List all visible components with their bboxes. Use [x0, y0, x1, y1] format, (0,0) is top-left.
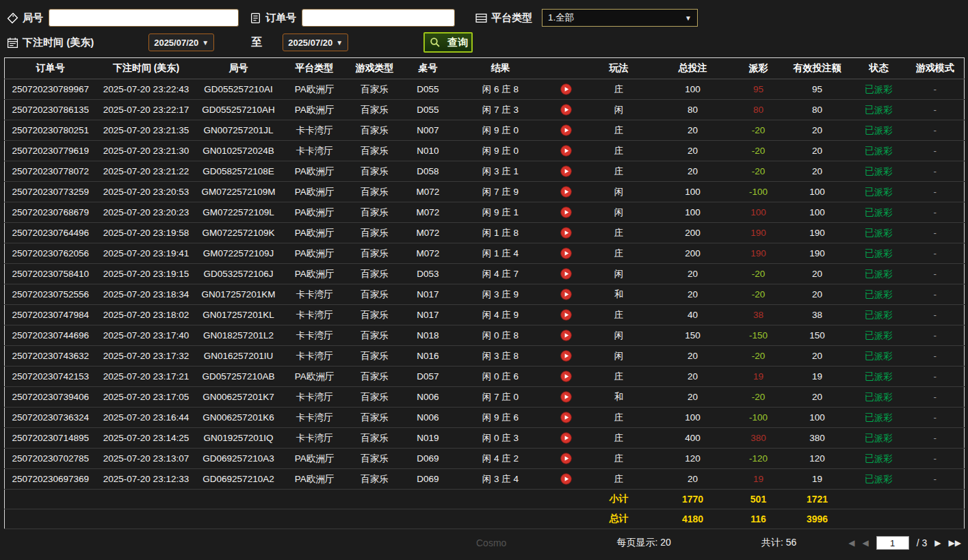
- date-from-picker[interactable]: 2025/07/20 ▼: [148, 34, 214, 51]
- page-number-input[interactable]: 1: [876, 536, 909, 550]
- cell-game-mode: -: [906, 141, 965, 161]
- cell-platform-type: PA欧洲厅: [281, 243, 348, 264]
- cell-bet-time: 2025-07-20 23:17:32: [96, 346, 196, 366]
- cell-round-number: GM0722572109J: [196, 243, 281, 264]
- cell-result: 闲 9 庄 0: [455, 141, 547, 161]
- cell-game-type: 百家乐: [348, 284, 402, 305]
- cell-game-mode: -: [906, 202, 965, 223]
- cell-table-number: D069: [402, 469, 455, 490]
- play-video-icon[interactable]: [560, 412, 572, 423]
- sum-payout: 501: [734, 490, 783, 509]
- table-row: 2507202307732592025-07-20 23:20:53GM0722…: [5, 182, 965, 202]
- cell-video: [547, 202, 586, 223]
- page-total-label: / 3: [917, 537, 928, 548]
- records-table: 订单号下注时间 (美东)局号平台类型游戏类型桌号结果玩法总投注派彩有效投注额状态…: [4, 57, 965, 529]
- cell-play-type: 闲: [586, 346, 652, 366]
- play-video-icon[interactable]: [560, 83, 572, 95]
- next-page-button[interactable]: ▶: [934, 538, 941, 548]
- round-number-input[interactable]: [49, 9, 239, 27]
- prev-page-button[interactable]: ◀: [862, 538, 868, 548]
- cell-total-bet: 20: [652, 161, 734, 182]
- play-video-icon[interactable]: [560, 453, 572, 464]
- cell-play-type: 和: [586, 284, 652, 305]
- cell-video: [547, 182, 586, 202]
- cell-bet-time: 2025-07-20 23:19:58: [96, 223, 196, 243]
- cell-game-type: 百家乐: [348, 79, 402, 100]
- play-video-icon[interactable]: [560, 206, 572, 218]
- cell-game-type: 百家乐: [348, 346, 402, 366]
- cell-status: 已派彩: [852, 387, 906, 408]
- platform-type-label: 平台类型: [491, 12, 532, 25]
- cell-video: [547, 469, 586, 490]
- play-video-icon[interactable]: [560, 289, 572, 300]
- sum-valid-bet: 1721: [783, 490, 852, 509]
- sum-empty: [5, 490, 586, 509]
- play-video-icon[interactable]: [560, 473, 572, 485]
- cell-payout: -20: [734, 346, 783, 366]
- sum-empty: [906, 490, 965, 509]
- document-icon: [248, 12, 262, 24]
- play-video-icon[interactable]: [560, 432, 572, 444]
- cell-table-number: N007: [402, 120, 455, 141]
- column-header: 局号: [196, 58, 281, 79]
- table-row: 2507202307620562025-07-20 23:19:41GM0722…: [5, 243, 965, 264]
- play-video-icon[interactable]: [560, 309, 572, 321]
- play-video-icon[interactable]: [560, 227, 572, 239]
- play-video-icon[interactable]: [560, 248, 572, 259]
- sum-total-bet: 4180: [652, 509, 734, 529]
- cell-platform-type: 卡卡湾厅: [281, 305, 348, 325]
- cell-video: [547, 120, 586, 141]
- cell-video: [547, 305, 586, 325]
- order-number-input[interactable]: [302, 9, 455, 27]
- cell-game-type: 百家乐: [348, 161, 402, 182]
- cell-play-type: 庄: [586, 120, 652, 141]
- cell-platform-type: PA欧洲厅: [281, 366, 348, 387]
- cell-game-type: 百家乐: [348, 366, 402, 387]
- play-video-icon[interactable]: [560, 330, 572, 341]
- first-page-button[interactable]: ◀: [848, 538, 854, 548]
- search-button[interactable]: 查询: [423, 32, 473, 53]
- play-video-icon[interactable]: [560, 391, 572, 403]
- cell-total-bet: 40: [652, 305, 734, 325]
- cell-valid-bet: 20: [783, 264, 852, 284]
- play-video-icon[interactable]: [560, 165, 572, 177]
- cell-play-type: 庄: [586, 161, 652, 182]
- cell-round-number: GN006257201K7: [196, 387, 281, 408]
- cell-round-number: GN016257201IU: [196, 346, 281, 366]
- cell-total-bet: 100: [652, 182, 734, 202]
- cell-game-mode: -: [906, 100, 965, 120]
- cell-play-type: 庄: [586, 366, 652, 387]
- cell-round-number: GN019257201IQ: [196, 428, 281, 449]
- cell-valid-bet: 20: [783, 387, 852, 408]
- cell-total-bet: 100: [652, 408, 734, 428]
- cell-total-bet: 20: [652, 366, 734, 387]
- last-page-button[interactable]: ▶▶: [949, 538, 961, 548]
- cell-play-type: 庄: [586, 408, 652, 428]
- play-video-icon[interactable]: [560, 371, 572, 382]
- date-to-picker[interactable]: 2025/07/20 ▼: [283, 34, 348, 51]
- cell-total-bet: 20: [652, 346, 734, 366]
- cell-status: 已派彩: [852, 223, 906, 243]
- records-table-container: 订单号下注时间 (美东)局号平台类型游戏类型桌号结果玩法总投注派彩有效投注额状态…: [4, 57, 964, 529]
- cell-order-number: 250720230773259: [5, 182, 96, 202]
- cell-valid-bet: 19: [783, 366, 852, 387]
- play-video-icon[interactable]: [560, 268, 572, 280]
- cell-valid-bet: 380: [783, 428, 852, 449]
- play-video-icon[interactable]: [560, 350, 572, 362]
- play-video-icon[interactable]: [560, 145, 572, 157]
- cell-result: 闲 6 庄 8: [455, 79, 547, 100]
- cell-platform-type: PA欧洲厅: [281, 79, 348, 100]
- platform-type-select[interactable]: 1.全部 ▼: [542, 9, 698, 27]
- play-video-icon[interactable]: [560, 124, 572, 136]
- cell-round-number: GM0722572109M: [196, 182, 281, 202]
- cell-valid-bet: 190: [783, 243, 852, 264]
- play-video-icon[interactable]: [560, 104, 572, 116]
- chevron-down-icon: ▼: [202, 39, 209, 46]
- cell-play-type: 闲: [586, 202, 652, 223]
- filter-row-1: 局号 订单号 平台类型 1.全部 ▼: [5, 5, 963, 30]
- play-video-icon[interactable]: [560, 186, 572, 198]
- cell-status: 已派彩: [852, 79, 906, 100]
- cell-payout: -20: [734, 120, 783, 141]
- cell-payout: 190: [734, 223, 783, 243]
- cell-round-number: GD057257210AB: [196, 366, 281, 387]
